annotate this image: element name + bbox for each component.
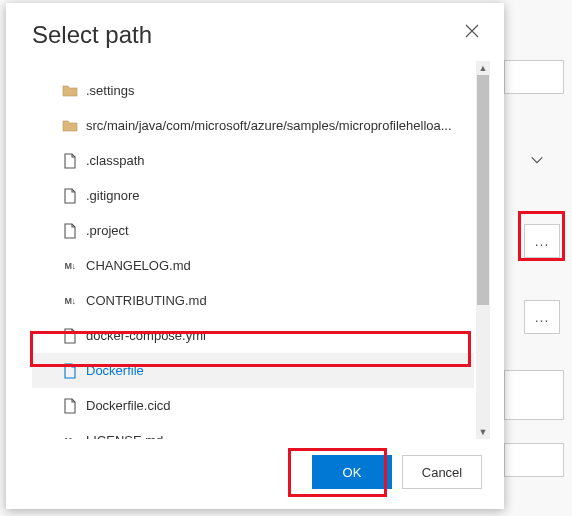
file-tree: .settingssrc/main/java/com/microsoft/azu… — [32, 61, 490, 439]
select-path-dialog: Select path .settingssrc/main/java/com/m… — [6, 3, 504, 509]
scroll-up-arrow[interactable]: ▲ — [476, 61, 490, 75]
file-icon — [62, 188, 78, 204]
tree-item-label: CHANGELOG.md — [86, 258, 191, 273]
chevron-down-icon[interactable] — [522, 145, 552, 175]
ellipsis-icon: ... — [535, 309, 550, 325]
scrollbar-thumb[interactable] — [477, 75, 489, 305]
annotation-highlight-ok — [288, 448, 387, 497]
bg-field — [504, 60, 564, 94]
scroll-down-arrow[interactable]: ▼ — [476, 425, 490, 439]
dialog-title: Select path — [32, 21, 152, 49]
tree-item-label: src/main/java/com/microsoft/azure/sample… — [86, 118, 452, 133]
folder-icon — [62, 118, 78, 134]
tree-item--settings[interactable]: .settings — [32, 73, 474, 108]
tree-item-label: .classpath — [86, 153, 145, 168]
dialog-footer: OK Cancel — [6, 439, 504, 509]
tree-item-label: LICENSE.md — [86, 433, 163, 439]
tree-item-label: .project — [86, 223, 129, 238]
browse-button-2[interactable]: ... — [524, 300, 560, 334]
file-icon — [62, 223, 78, 239]
tree-item-dockerfile-cicd[interactable]: Dockerfile.cicd — [32, 388, 474, 423]
tree-item-label: CONTRIBUTING.md — [86, 293, 207, 308]
markdown-icon: M↓ — [62, 293, 78, 309]
tree-item-label: Dockerfile.cicd — [86, 398, 171, 413]
close-icon — [465, 24, 479, 38]
tree-item-license-md[interactable]: M↓LICENSE.md — [32, 423, 474, 439]
folder-icon — [62, 83, 78, 99]
tree-item--project[interactable]: .project — [32, 213, 474, 248]
markdown-icon: M↓ — [62, 433, 78, 440]
markdown-icon: M↓ — [62, 258, 78, 274]
annotation-highlight-browse — [518, 211, 565, 261]
cancel-button-label: Cancel — [422, 465, 462, 480]
cancel-button[interactable]: Cancel — [402, 455, 482, 489]
file-icon — [62, 153, 78, 169]
tree-item--gitignore[interactable]: .gitignore — [32, 178, 474, 213]
tree-item-changelog-md[interactable]: M↓CHANGELOG.md — [32, 248, 474, 283]
tree-item-label: .gitignore — [86, 188, 139, 203]
annotation-highlight-dockerfile — [30, 331, 471, 367]
dialog-header: Select path — [6, 3, 504, 53]
tree-item-label: .settings — [86, 83, 134, 98]
tree-item-src-main-java-com-microsoft-azure-samples-microprofilehelloa-[interactable]: src/main/java/com/microsoft/azure/sample… — [32, 108, 474, 143]
tree-item-contributing-md[interactable]: M↓CONTRIBUTING.md — [32, 283, 474, 318]
close-button[interactable] — [462, 21, 482, 41]
tree-row-fragment — [32, 61, 474, 73]
bg-field — [504, 443, 564, 477]
scrollbar-track[interactable]: ▲ ▼ — [476, 61, 490, 439]
tree-item--classpath[interactable]: .classpath — [32, 143, 474, 178]
file-icon — [62, 398, 78, 414]
bg-field — [504, 370, 564, 420]
